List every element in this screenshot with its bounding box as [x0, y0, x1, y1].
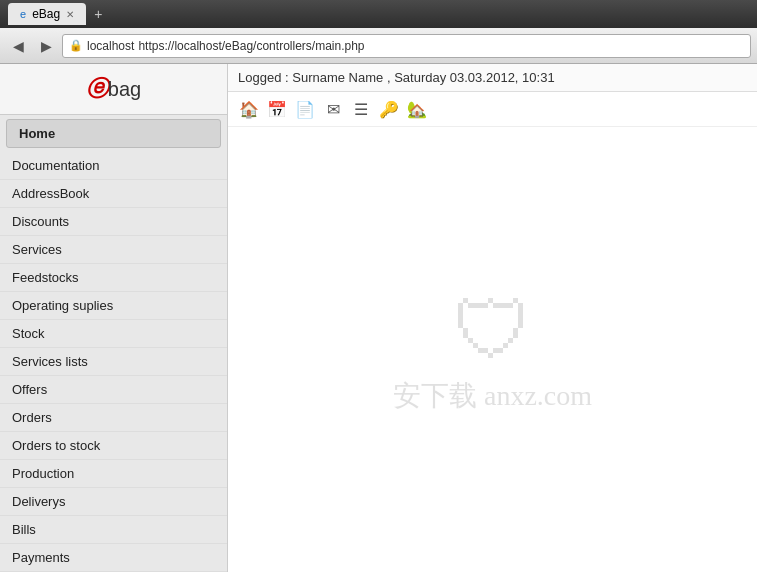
sidebar-item-home[interactable]: Home [6, 119, 221, 148]
sidebar-item-orders-to-stock-label: Orders to stock [12, 438, 100, 453]
watermark: 🛡 安下载 anxz.com [393, 285, 592, 415]
forward-button[interactable]: ▶ [34, 34, 58, 58]
sidebar-item-documentation[interactable]: Documentation [0, 152, 227, 180]
address-bar[interactable]: 🔒 localhost https://localhost/eBag/contr… [62, 34, 751, 58]
browser-tab[interactable]: e eBag ✕ [8, 3, 86, 25]
new-tab-button[interactable]: + [94, 6, 102, 22]
sidebar-item-production-label: Production [12, 466, 74, 481]
sidebar-item-services-label: Services [12, 242, 62, 257]
sidebar-item-payments-label: Payments [12, 550, 70, 565]
toolbar-document-icon[interactable]: 📄 [294, 98, 316, 120]
sidebar-item-documentation-label: Documentation [12, 158, 99, 173]
main-content: Logged : Surname Name , Saturday 03.03.2… [228, 64, 757, 572]
sidebar-item-addressbook-label: AddressBook [12, 186, 89, 201]
sidebar-item-discounts-label: Discounts [12, 214, 69, 229]
sidebar-item-services[interactable]: Services [0, 236, 227, 264]
tab-close-icon[interactable]: ✕ [66, 9, 74, 20]
sidebar-item-operating-suplies-label: Operating suplies [12, 298, 113, 313]
content-area: 🛡 安下载 anxz.com [228, 127, 757, 572]
address-host: localhost [87, 39, 134, 53]
sidebar: ⓔbag Home Documentation AddressBook Disc… [0, 64, 228, 572]
tab-label: eBag [32, 7, 60, 21]
sidebar-item-deliverys[interactable]: Deliverys [0, 488, 227, 516]
sidebar-item-operating-suplies[interactable]: Operating suplies [0, 292, 227, 320]
toolbar-mail-icon[interactable]: ✉ [322, 98, 344, 120]
toolbar-home-icon[interactable]: 🏠 [238, 98, 260, 120]
sidebar-item-offers[interactable]: Offers [0, 376, 227, 404]
app-container: ⓔbag Home Documentation AddressBook Disc… [0, 64, 757, 572]
sidebar-logo: ⓔbag [0, 64, 227, 115]
sidebar-item-home-label: Home [19, 126, 55, 141]
sidebar-item-discounts[interactable]: Discounts [0, 208, 227, 236]
sidebar-item-payments[interactable]: Payments [0, 544, 227, 572]
sidebar-item-deliverys-label: Deliverys [12, 494, 65, 509]
sidebar-item-orders-label: Orders [12, 410, 52, 425]
browser-toolbar: ◀ ▶ 🔒 localhost https://localhost/eBag/c… [0, 28, 757, 64]
back-button[interactable]: ◀ [6, 34, 30, 58]
toolbar-list-icon[interactable]: ☰ [350, 98, 372, 120]
logged-prefix: Logged : [238, 70, 289, 85]
sidebar-item-stock[interactable]: Stock [0, 320, 227, 348]
sidebar-item-services-lists[interactable]: Services lists [0, 348, 227, 376]
watermark-text: 安下载 anxz.com [393, 377, 592, 415]
sidebar-item-addressbook[interactable]: AddressBook [0, 180, 227, 208]
sidebar-item-bills-label: Bills [12, 522, 36, 537]
sidebar-item-feedstocks[interactable]: Feedstocks [0, 264, 227, 292]
sidebar-item-feedstocks-label: Feedstocks [12, 270, 78, 285]
logo-e: ⓔ [86, 76, 108, 101]
tab-icon: e [20, 8, 26, 20]
toolbar-house-icon[interactable]: 🏡 [406, 98, 428, 120]
logged-separator: , [387, 70, 391, 85]
logo-bag: bag [108, 78, 141, 100]
address-bar-icon: 🔒 [69, 39, 83, 52]
browser-titlebar: e eBag ✕ + [0, 0, 757, 28]
toolbar-calendar-icon[interactable]: 📅 [266, 98, 288, 120]
sidebar-item-orders-to-stock[interactable]: Orders to stock [0, 432, 227, 460]
sidebar-item-stock-label: Stock [12, 326, 45, 341]
sidebar-item-bills[interactable]: Bills [0, 516, 227, 544]
sidebar-item-production[interactable]: Production [0, 460, 227, 488]
toolbar-key-icon[interactable]: 🔑 [378, 98, 400, 120]
watermark-shield-icon: 🛡 [393, 285, 592, 377]
logged-datetime: Saturday 03.03.2012, 10:31 [394, 70, 554, 85]
logged-bar: Logged : Surname Name , Saturday 03.03.2… [228, 64, 757, 92]
logged-username: Surname Name [292, 70, 383, 85]
sidebar-item-offers-label: Offers [12, 382, 47, 397]
address-url: https://localhost/eBag/controllers/main.… [138, 39, 364, 53]
content-toolbar: 🏠 📅 📄 ✉ ☰ 🔑 🏡 [228, 92, 757, 127]
sidebar-item-services-lists-label: Services lists [12, 354, 88, 369]
sidebar-item-orders[interactable]: Orders [0, 404, 227, 432]
